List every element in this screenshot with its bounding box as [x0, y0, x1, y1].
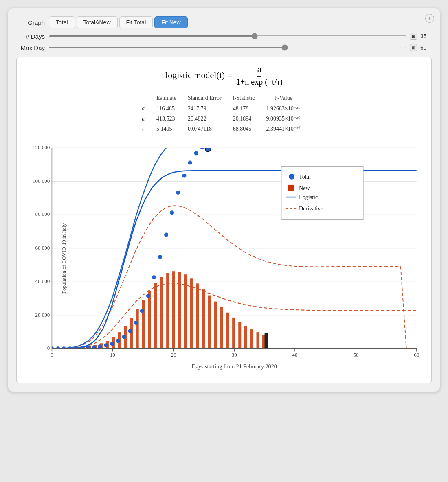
- est-a: 116 485.: [153, 103, 184, 114]
- svg-point-90: [188, 161, 192, 165]
- svg-point-89: [182, 174, 186, 178]
- days-slider-container: ⊞ 35: [49, 33, 432, 40]
- days-value: 35: [420, 33, 432, 39]
- svg-text:0: 0: [51, 352, 53, 358]
- svg-point-92: [200, 145, 204, 149]
- svg-rect-65: [262, 335, 265, 348]
- svg-rect-45: [142, 300, 145, 349]
- days-label: # Days: [16, 33, 45, 40]
- maxday-label: Max Day: [16, 44, 45, 51]
- svg-point-72: [80, 346, 84, 350]
- model-formula: logistic model(t) = a 1+n exp (−t/τ): [23, 64, 425, 87]
- svg-point-93: [205, 146, 211, 151]
- maxday-step-btn[interactable]: ⊞: [410, 44, 417, 51]
- svg-rect-46: [148, 291, 151, 348]
- days-step-btn[interactable]: ⊞: [410, 33, 417, 40]
- col-param: [139, 93, 153, 103]
- svg-text:80 000: 80 000: [35, 211, 50, 217]
- table-row: a 116 485. 2417.79 48.1781 1.92683×10⁻³¹: [139, 103, 309, 114]
- svg-point-76: [104, 343, 108, 347]
- tstat-a: 48.1781: [230, 103, 263, 114]
- graph-label: Graph: [16, 19, 45, 26]
- svg-point-71: [74, 346, 78, 350]
- svg-rect-97: [288, 185, 294, 191]
- maxday-slider[interactable]: [49, 47, 406, 48]
- table-row: τ 5.1405 0.0747118 68.8045 2.39441×10⁻³⁶: [139, 124, 309, 134]
- btn-total[interactable]: Total: [49, 16, 75, 28]
- svg-point-81: [134, 321, 138, 325]
- btn-total-new[interactable]: Total&New: [77, 16, 118, 28]
- svg-point-87: [170, 210, 174, 215]
- svg-point-85: [158, 255, 162, 259]
- col-p-value: P-Value: [263, 93, 309, 103]
- svg-text:Total: Total: [299, 173, 311, 180]
- svg-rect-50: [172, 271, 175, 348]
- svg-rect-54: [196, 283, 199, 348]
- maxday-value: 60: [420, 44, 432, 51]
- pval-a: 1.92683×10⁻³¹: [263, 103, 309, 114]
- svg-point-86: [164, 233, 168, 237]
- plus-button[interactable]: +: [425, 14, 434, 23]
- svg-text:10: 10: [110, 352, 116, 358]
- svg-rect-57: [214, 302, 217, 349]
- svg-text:Days starting from 21 February: Days starting from 21 February 2020: [192, 363, 277, 370]
- svg-rect-58: [220, 307, 223, 349]
- svg-rect-48: [160, 277, 163, 348]
- svg-text:40: 40: [292, 352, 298, 358]
- svg-rect-44: [136, 309, 139, 349]
- col-std-error: Standard Error: [184, 93, 230, 103]
- svg-rect-53: [190, 278, 193, 348]
- svg-text:60 000: 60 000: [35, 245, 50, 251]
- days-slider[interactable]: [49, 35, 406, 37]
- svg-point-91: [194, 151, 198, 155]
- svg-rect-59: [226, 313, 229, 349]
- svg-text:50: 50: [353, 352, 359, 358]
- y-axis-label: Population of COVID-19 in Italy: [61, 223, 67, 294]
- svg-rect-52: [184, 274, 187, 348]
- svg-rect-60: [232, 318, 235, 348]
- chart-panel: logistic model(t) = a 1+n exp (−t/τ) Est…: [16, 57, 432, 383]
- svg-point-73: [86, 346, 90, 350]
- svg-rect-61: [238, 322, 241, 348]
- btn-fit-total[interactable]: Fit Total: [119, 16, 153, 28]
- svg-point-82: [140, 309, 144, 313]
- svg-text:New: New: [299, 185, 310, 191]
- svg-point-83: [146, 294, 150, 298]
- numerator: a: [257, 64, 262, 77]
- pval-n: 9.00935×10⁻²⁰: [263, 114, 309, 124]
- est-tau: 5.1405: [153, 124, 184, 134]
- svg-point-70: [68, 346, 72, 351]
- svg-text:20: 20: [171, 352, 177, 358]
- maxday-control-row: Max Day ⊞ 60: [16, 44, 432, 51]
- svg-text:Derivative: Derivative: [299, 205, 323, 212]
- svg-point-68: [56, 346, 60, 351]
- svg-rect-55: [202, 289, 205, 348]
- days-control-row: # Days ⊞ 35: [16, 33, 432, 40]
- svg-rect-63: [250, 329, 253, 348]
- param-table: Estimate Standard Error t-Statistic P-Va…: [139, 93, 309, 134]
- param-tau: τ: [139, 124, 153, 134]
- svg-rect-62: [244, 326, 247, 348]
- svg-point-95: [289, 174, 294, 180]
- se-tau: 0.0747118: [184, 124, 230, 134]
- est-n: 413.523: [153, 114, 184, 124]
- svg-point-69: [62, 346, 66, 351]
- svg-text:60: 60: [414, 352, 419, 358]
- graph-control-row: Graph Total Total&New Fit Total Fit New: [16, 16, 432, 28]
- svg-rect-66: [265, 333, 268, 348]
- chart-svg: 0 20 000 40 000 60 000 80 000 100 000 12…: [23, 140, 425, 377]
- tstat-n: 20.1894: [230, 114, 263, 124]
- svg-rect-56: [208, 296, 211, 349]
- pval-tau: 2.39441×10⁻³⁶: [263, 124, 309, 134]
- se-n: 20.4822: [184, 114, 230, 124]
- svg-rect-49: [166, 273, 169, 348]
- btn-fit-new[interactable]: Fit New: [154, 16, 187, 28]
- svg-rect-43: [130, 318, 133, 348]
- svg-text:30: 30: [232, 352, 237, 358]
- maxday-slider-container: ⊞ 60: [49, 44, 432, 51]
- svg-point-84: [152, 275, 156, 279]
- graph-buttons-group: Total Total&New Fit Total Fit New: [49, 16, 188, 28]
- svg-point-75: [98, 344, 102, 348]
- col-t-stat: t-Statistic: [230, 93, 263, 103]
- fraction: a 1+n exp (−t/τ): [236, 64, 283, 87]
